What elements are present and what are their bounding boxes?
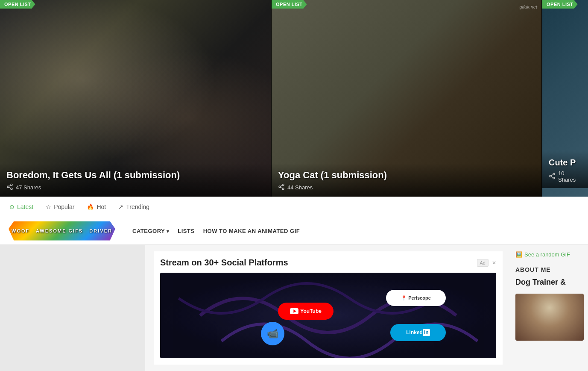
about-me-avatar — [515, 294, 584, 341]
svg-point-11 — [550, 175, 551, 177]
svg-point-0 — [11, 184, 12, 186]
open-list-badge-2: OPEN LIST — [272, 0, 307, 9]
content-area: Stream on 30+ Social Platforms Ad ✕ — [145, 245, 511, 371]
avatar-dog-image — [515, 294, 584, 341]
open-list-badge-1: OPEN LIST — [0, 0, 35, 9]
ad-badge: Ad — [477, 259, 489, 267]
share-icon-2 — [278, 183, 285, 191]
logo-container[interactable]: WOOF AWESOME GIFS DRIVER — [9, 221, 115, 241]
watermark: gifak.net — [519, 4, 537, 9]
svg-point-1 — [7, 186, 9, 188]
menu-category[interactable]: CATEGORY — [132, 228, 169, 234]
bubble-zoom: 📹 — [261, 322, 284, 345]
ad-close-icon[interactable]: ✕ — [492, 260, 496, 266]
hero-title-overlay-3: Cute P 10 Shares — [542, 151, 588, 188]
hero-title-1: Boredom, It Gets Us All (1 submission) — [6, 170, 264, 181]
about-me-title: Dog Trainer & — [515, 277, 584, 287]
ad-title: Stream on 30+ Social Platforms — [160, 258, 288, 268]
svg-point-6 — [279, 186, 281, 188]
ad-container: Stream on 30+ Social Platforms Ad ✕ — [154, 251, 503, 365]
nav-label-hot: Hot — [97, 203, 106, 210]
hero-title-3: Cute P — [549, 157, 582, 168]
svg-line-8 — [281, 187, 283, 188]
logo-image: WOOF AWESOME GIFS DRIVER — [9, 221, 115, 241]
svg-point-7 — [282, 188, 284, 190]
hero-shares-3: 10 Shares — [549, 170, 582, 183]
svg-point-5 — [282, 184, 284, 186]
trending-icon: ↗ — [118, 203, 123, 210]
bubble-youtube: YouTube — [278, 303, 333, 320]
bubble-linkedin: Linkedin — [390, 324, 446, 341]
share-icon-3 — [549, 173, 556, 181]
hot-icon: 🔥 — [87, 203, 94, 210]
random-gif-label: See a random GIF — [524, 251, 570, 258]
bubble-periscope: 📍 Periscope — [386, 290, 446, 306]
shares-count-1: 47 Shares — [16, 184, 41, 191]
svg-point-12 — [553, 177, 555, 179]
shares-count-2: 44 Shares — [287, 184, 313, 191]
about-me-section: ABOUT ME Dog Trainer & — [515, 266, 584, 341]
hero-item-1[interactable]: OPEN LIST Boredom, It Gets Us All (1 sub… — [0, 0, 271, 197]
random-gif-icon: 🖼️ — [515, 251, 522, 258]
svg-line-4 — [9, 185, 11, 186]
menu-how-to[interactable]: HOW TO MAKE AN ANIMATED GIF — [203, 228, 300, 234]
shares-count-3: 10 Shares — [558, 170, 582, 183]
left-sidebar — [0, 245, 145, 371]
svg-line-14 — [551, 174, 553, 176]
nav-item-latest[interactable]: ⊙ Latest — [9, 203, 34, 210]
nav-item-trending[interactable]: ↗ Trending — [117, 203, 150, 210]
logo-bar: WOOF AWESOME GIFS DRIVER CATEGORY LISTS … — [0, 217, 588, 245]
hero-title-overlay-1: Boredom, It Gets Us All (1 submission) 4… — [0, 163, 271, 197]
svg-point-10 — [553, 173, 555, 175]
hero-title-overlay-2: Yoga Cat (1 submission) 44 Shares — [272, 163, 541, 197]
random-gif-link[interactable]: 🖼️ See a random GIF — [515, 251, 584, 258]
hero-title-2: Yoga Cat (1 submission) — [278, 170, 535, 181]
popular-icon: ☆ — [46, 203, 51, 210]
main-layout: Stream on 30+ Social Platforms Ad ✕ — [0, 245, 588, 371]
nav-item-popular[interactable]: ☆ Popular — [45, 203, 75, 210]
hero-item-2[interactable]: OPEN LIST gifak.net Yoga Cat (1 submissi… — [271, 0, 541, 197]
hero-section: OPEN LIST Boredom, It Gets Us All (1 sub… — [0, 0, 588, 197]
about-me-label: ABOUT ME — [515, 266, 584, 273]
menu-links: CATEGORY LISTS HOW TO MAKE AN ANIMATED G… — [132, 228, 300, 234]
ad-controls: Ad ✕ — [477, 259, 496, 267]
nav-label-latest: Latest — [17, 203, 33, 210]
nav-bar: ⊙ Latest ☆ Popular 🔥 Hot ↗ Trending — [0, 197, 588, 217]
logo-shape: WOOF AWESOME GIFS DRIVER — [9, 221, 115, 241]
ad-header: Stream on 30+ Social Platforms Ad ✕ — [160, 258, 496, 268]
right-sidebar: 🖼️ See a random GIF ABOUT ME Dog Trainer… — [511, 245, 588, 371]
svg-line-13 — [551, 177, 553, 178]
hero-shares-1: 47 Shares — [6, 183, 264, 191]
menu-lists[interactable]: LISTS — [178, 228, 194, 234]
nav-label-popular: Popular — [54, 203, 74, 210]
hero-item-3[interactable]: OPEN LIST Cute P 10 Shares — [541, 0, 588, 197]
open-list-badge-3: OPEN LIST — [542, 0, 578, 9]
svg-line-3 — [9, 187, 11, 188]
nav-label-trending: Trending — [126, 203, 149, 210]
nav-item-hot[interactable]: 🔥 Hot — [86, 203, 107, 210]
ad-image-bg: YouTube 📍 Periscope Linkedin 📹 — [160, 273, 496, 358]
svg-point-2 — [11, 188, 12, 190]
hero-shares-2: 44 Shares — [278, 183, 535, 191]
svg-line-9 — [281, 185, 283, 186]
latest-icon: ⊙ — [9, 203, 15, 210]
share-icon-1 — [6, 183, 13, 191]
ad-image[interactable]: YouTube 📍 Periscope Linkedin 📹 — [160, 273, 496, 358]
